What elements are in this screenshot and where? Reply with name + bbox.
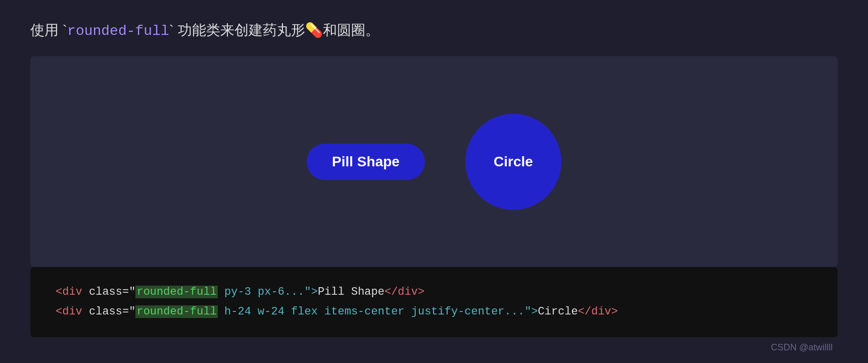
header-text-before: 使用 ` <box>30 22 67 38</box>
preview-area: Pill Shape Circle <box>30 56 838 267</box>
code-attr-1: class=" <box>89 286 135 298</box>
code-rest-2: h-24 w-24 flex items-center justify-cent… <box>218 305 538 318</box>
code-tag-open-1: <div <box>56 286 82 298</box>
code-attr-2: class=" <box>89 305 135 318</box>
code-line-2: <div class="rounded-full h-24 w-24 flex … <box>56 302 812 322</box>
code-close-tag-1: </div> <box>384 286 424 298</box>
circle-shape: Circle <box>465 114 561 210</box>
code-text-2: Circle <box>538 305 578 318</box>
header-text-middle: ` 功能类来创建药丸形💊和圆圈。 <box>169 22 379 38</box>
code-highlight-1: rounded-full <box>135 286 217 298</box>
code-rest-1: py-3 px-6..."> <box>218 286 318 298</box>
code-line-1: <div class="rounded-full py-3 px-6...">P… <box>56 282 812 302</box>
header-code: rounded-full <box>67 23 169 39</box>
code-block: <div class="rounded-full py-3 px-6...">P… <box>30 267 838 337</box>
code-text-1: Pill Shape <box>318 286 384 298</box>
code-close-tag-2: </div> <box>578 305 618 318</box>
code-highlight-2: rounded-full <box>135 305 217 318</box>
code-tag-open-2: <div <box>56 305 82 318</box>
watermark: CSDN @atwillll <box>30 342 838 353</box>
pill-shape: Pill Shape <box>307 144 425 180</box>
header-description: 使用 `rounded-full` 功能类来创建药丸形💊和圆圈。 <box>30 20 838 41</box>
main-container: Pill Shape Circle <div class="rounded-fu… <box>30 56 838 337</box>
